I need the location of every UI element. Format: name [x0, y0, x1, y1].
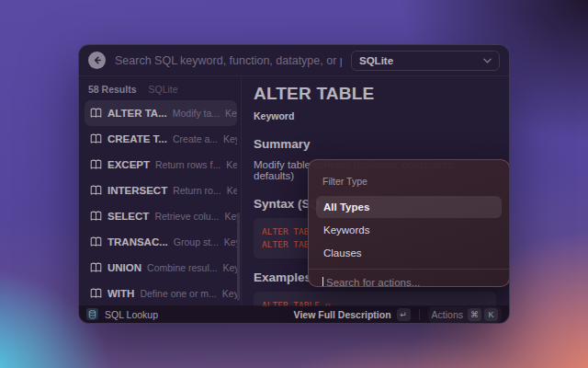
filter-section-label: Filter Type — [322, 176, 495, 187]
actions-search-field[interactable]: Search for actions... — [316, 271, 502, 287]
actions-search-placeholder: Search for actions... — [324, 277, 420, 287]
text-cursor — [322, 277, 323, 288]
filter-options: All TypesKeywordsClauses — [316, 196, 502, 264]
desktop-background: SQLite 58 Results SQLite ALTER TA...Modi… — [0, 0, 588, 368]
popup-divider — [309, 269, 509, 270]
filter-popup: Filter Type All TypesKeywordsClauses Sea… — [308, 159, 510, 287]
filter-option[interactable]: Clauses — [316, 242, 502, 264]
filter-option[interactable]: Keywords — [316, 219, 502, 241]
launcher-window: SQLite 58 Results SQLite ALTER TA...Modi… — [78, 44, 510, 324]
filter-option[interactable]: All Types — [316, 196, 502, 218]
